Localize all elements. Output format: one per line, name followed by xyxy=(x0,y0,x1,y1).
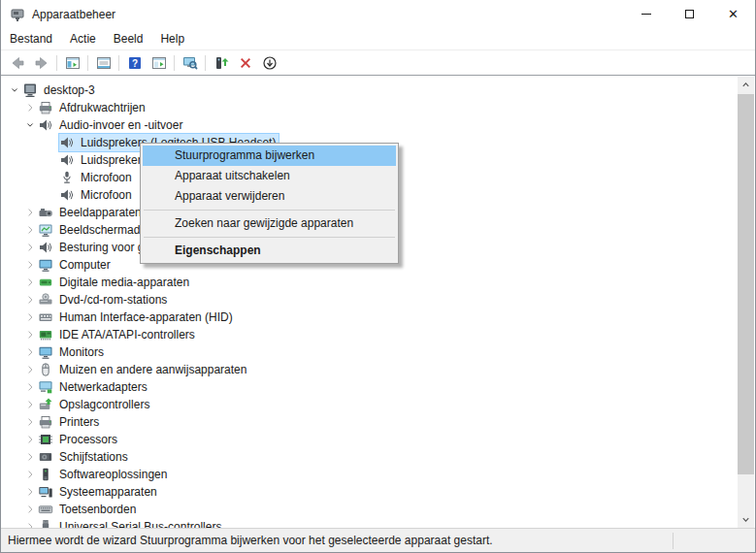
chevron-collapsed-icon[interactable] xyxy=(22,222,38,238)
chevron-collapsed-icon[interactable] xyxy=(22,257,38,273)
chevron-collapsed-icon[interactable] xyxy=(22,309,38,325)
row-content: Universal Serial Bus-controllers xyxy=(38,518,224,528)
context-menu-item-eigenschappen[interactable]: Eigenschappen xyxy=(143,241,396,261)
window-title: Apparaatbeheer xyxy=(32,8,115,21)
tree-item-label: Microfoon xyxy=(81,188,132,202)
chevron-expanded-icon[interactable] xyxy=(7,82,22,98)
chevron-spacer xyxy=(44,152,59,168)
scrollbar-down-button[interactable] xyxy=(738,511,754,528)
chevron-collapsed-icon[interactable] xyxy=(22,484,38,500)
help-icon xyxy=(127,55,143,71)
monitor-icon xyxy=(38,344,53,360)
tree-item-schijfstations[interactable]: Schijfstations xyxy=(1,448,755,466)
chevron-collapsed-icon[interactable] xyxy=(22,344,38,360)
chevron-up-icon xyxy=(740,80,751,90)
chevron-expanded-icon[interactable] xyxy=(22,117,38,133)
chevron-collapsed-icon[interactable] xyxy=(22,240,38,255)
context-menu-item-apparaat-uitschakelen[interactable]: Apparaat uitschakelen xyxy=(143,166,396,186)
toolbar-update-driver-button[interactable] xyxy=(209,52,233,74)
tree-item-processors[interactable]: Processors xyxy=(1,431,755,448)
tree-item-muizen-en-andere-aanwijsapparaten[interactable]: Muizen en andere aanwijsapparaten xyxy=(1,361,755,378)
context-menu-item-stuurprogramma-bijwerken[interactable]: Stuurprogramma bijwerken xyxy=(143,146,396,166)
chevron-collapsed-icon[interactable] xyxy=(22,100,38,115)
chevron-collapsed-icon[interactable] xyxy=(22,449,38,465)
tree-item-monitors[interactable]: Monitors xyxy=(1,343,755,361)
menu-item-help[interactable]: Help xyxy=(151,28,193,49)
chevron-collapsed-icon xyxy=(24,434,36,445)
vertical-scrollbar[interactable] xyxy=(738,77,754,528)
tree-item-toetsenborden[interactable]: Toetsenborden xyxy=(1,501,755,518)
hid-icon xyxy=(38,309,53,325)
chevron-collapsed-icon xyxy=(24,242,36,253)
tree-item-label: Digitale media-apparaten xyxy=(59,276,189,289)
tree-item-digitale-media-apparaten[interactable]: Digitale media-apparaten xyxy=(1,274,755,291)
chevron-collapsed-icon xyxy=(24,224,36,236)
chevron-collapsed-icon[interactable] xyxy=(22,275,38,290)
console-window-icon xyxy=(65,55,81,71)
chevron-collapsed-icon[interactable] xyxy=(22,205,38,220)
maximize-icon xyxy=(685,10,694,18)
chevron-collapsed-icon[interactable] xyxy=(22,379,38,395)
tree-item-human-interface-apparaten-hid[interactable]: Human Interface-apparaten (HID) xyxy=(1,309,755,326)
row-content: Microfoon xyxy=(59,186,135,204)
close-icon: ✕ xyxy=(728,8,739,20)
tree-item-label: Microfoon xyxy=(81,171,132,184)
chevron-collapsed-icon[interactable] xyxy=(22,292,38,308)
tree-item-ide-ata-atapi-controllers[interactable]: IDE ATA/ATAPI-controllers xyxy=(1,326,755,343)
arrow-left-icon xyxy=(10,55,25,71)
chevron-collapsed-icon xyxy=(24,416,36,428)
row-content: Toetsenborden xyxy=(38,501,139,518)
menu-item-actie[interactable]: Actie xyxy=(61,28,105,49)
toolbar-disable-device-button[interactable] xyxy=(257,52,281,74)
menu-item-bestand[interactable]: Bestand xyxy=(1,28,61,49)
chevron-collapsed-icon[interactable] xyxy=(22,432,38,447)
toolbar-properties-button[interactable] xyxy=(91,52,115,74)
context-menu-item-zoeken-naar-gewijzigde-apparaten[interactable]: Zoeken naar gewijzigde apparaten xyxy=(143,213,396,234)
toolbar-scan-hardware-changes-button[interactable] xyxy=(178,52,202,74)
tree-item-label: Systeemapparaten xyxy=(59,485,157,499)
tree-item-audio-invoer-en-uitvoer[interactable]: Audio-invoer en -uitvoer xyxy=(1,116,755,134)
tree-item-printers[interactable]: Printers xyxy=(1,413,755,431)
toolbar-forward-button[interactable] xyxy=(29,52,53,74)
tree-item-systeemapparaten[interactable]: Systeemapparaten xyxy=(1,483,755,501)
tree-item-label: Human Interface-apparaten (HID) xyxy=(59,310,233,324)
chevron-collapsed-icon[interactable] xyxy=(22,397,38,412)
toolbar-back-button[interactable] xyxy=(5,52,29,74)
chevron-collapsed-icon[interactable] xyxy=(22,519,38,528)
minimize-button[interactable] xyxy=(624,0,668,28)
maximize-button[interactable] xyxy=(668,0,711,28)
scrollbar-thumb[interactable] xyxy=(738,94,754,474)
disable-arrow-icon xyxy=(262,55,278,71)
toolbar-uninstall-device-button[interactable] xyxy=(233,52,257,74)
tree-item-opslagcontrollers[interactable]: Opslagcontrollers xyxy=(1,396,755,413)
toolbar-show-console-tree-button[interactable] xyxy=(60,52,84,74)
tree-item-softwareoplossingen[interactable]: Softwareoplossingen xyxy=(1,466,755,483)
toolbar-help-button[interactable] xyxy=(122,52,147,74)
minimize-icon xyxy=(641,14,651,15)
chevron-collapsed-icon[interactable] xyxy=(22,467,38,482)
chevron-collapsed-icon xyxy=(24,329,36,341)
tree-item-desktop-3[interactable]: desktop-3 xyxy=(1,81,755,99)
toolbar-action-pane-button[interactable] xyxy=(147,52,171,74)
chevron-collapsed-icon[interactable] xyxy=(22,362,38,377)
chevron-collapsed-icon[interactable] xyxy=(22,414,38,430)
chevron-collapsed-icon[interactable] xyxy=(22,327,38,342)
speaker-icon xyxy=(59,135,75,150)
tree-item-netwerkadapters[interactable]: Netwerkadapters xyxy=(1,378,755,396)
chevron-collapsed-icon xyxy=(24,451,36,463)
tree-item-dvd-cd-rom-stations[interactable]: Dvd-/cd-rom-stations xyxy=(1,291,755,309)
context-menu-item-apparaat-verwijderen[interactable]: Apparaat verwijderen xyxy=(143,186,396,207)
tree-item-afdrukwachtrijen[interactable]: Afdrukwachtrijen xyxy=(1,99,755,116)
chevron-collapsed-icon[interactable] xyxy=(22,502,38,517)
tree-item-label: Audio-invoer en -uitvoer xyxy=(59,118,182,132)
close-button[interactable]: ✕ xyxy=(711,0,755,28)
scrollbar-up-button[interactable] xyxy=(738,77,754,93)
tree-item-label: Beeldapparaten xyxy=(59,206,142,219)
menu-item-beeld[interactable]: Beeld xyxy=(105,28,152,49)
chevron-collapsed-icon xyxy=(24,399,36,410)
statusbar-divider xyxy=(673,533,674,549)
chevron-spacer xyxy=(44,187,59,203)
chevron-collapsed-icon xyxy=(24,311,36,323)
tree-item-universal-serial-bus-controllers[interactable]: Universal Serial Bus-controllers xyxy=(1,518,755,528)
camera-icon xyxy=(38,205,53,220)
